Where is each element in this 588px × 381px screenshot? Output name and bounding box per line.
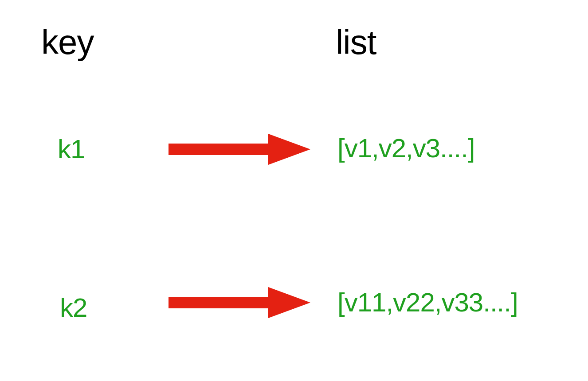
svg-rect-2 bbox=[169, 297, 270, 308]
key-2-label: k2 bbox=[60, 292, 87, 323]
arrow-right-icon bbox=[169, 287, 310, 320]
key-1-label: k1 bbox=[58, 134, 85, 164]
header-key: key bbox=[41, 22, 94, 62]
header-list: list bbox=[336, 22, 376, 62]
list-2-value: [v11,v22,v33....] bbox=[337, 287, 518, 318]
svg-rect-0 bbox=[169, 144, 270, 155]
list-1-value: [v1,v2,v3....] bbox=[337, 133, 474, 163]
svg-marker-3 bbox=[268, 287, 310, 318]
arrow-right-icon bbox=[169, 134, 310, 167]
svg-marker-1 bbox=[268, 134, 310, 165]
